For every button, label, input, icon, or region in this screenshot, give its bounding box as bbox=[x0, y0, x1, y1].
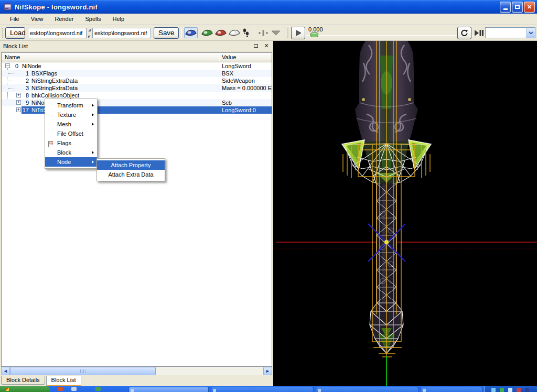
save-path-field[interactable] bbox=[92, 28, 151, 38]
toolbar-grip[interactable] bbox=[2, 28, 4, 38]
toolbar-grip[interactable] bbox=[287, 28, 289, 38]
view-side-eye-button[interactable] bbox=[214, 27, 228, 38]
chevron-down-icon bbox=[271, 30, 281, 36]
table-row[interactable]: 3 NiStringExtraData Mass = 0.000000 Ell bbox=[2, 84, 272, 92]
menu-item-transform[interactable]: Transform bbox=[45, 101, 97, 110]
scrollbar-thumb[interactable] bbox=[10, 367, 156, 375]
menu-item-file-offset[interactable]: File Offset bbox=[45, 129, 97, 138]
taskbar-window-button[interactable] bbox=[316, 387, 418, 392]
menu-item-flags[interactable]: Flags bbox=[45, 138, 97, 148]
tree-connector-stub bbox=[8, 81, 17, 81]
swap-paths-button[interactable] bbox=[88, 29, 91, 39]
green-eye-icon bbox=[201, 29, 213, 36]
quick-launch-icon[interactable] bbox=[58, 387, 63, 391]
row-index: 8 bbox=[22, 92, 29, 99]
tray-icon[interactable] bbox=[508, 388, 512, 392]
row-index: 9 bbox=[22, 99, 29, 106]
taskbar-window-button[interactable] bbox=[128, 387, 209, 392]
chevron-down-icon bbox=[529, 31, 533, 35]
column-header-name[interactable]: Name bbox=[5, 54, 20, 60]
collision-wireframe bbox=[343, 41, 430, 357]
row-name: NiStringExtraData bbox=[31, 77, 78, 84]
save-as-button[interactable]: Save As bbox=[154, 27, 179, 39]
menu-help[interactable]: Help bbox=[106, 15, 130, 23]
load-button[interactable]: Load bbox=[5, 27, 25, 39]
expand-expander-icon[interactable] bbox=[16, 100, 21, 105]
menu-view[interactable]: View bbox=[25, 15, 49, 23]
column-header-value[interactable]: Value bbox=[222, 54, 236, 60]
table-row[interactable]: 9 NiNode Scb bbox=[2, 99, 272, 106]
close-panel-button[interactable]: ✕ bbox=[263, 42, 270, 50]
maximize-button[interactable] bbox=[512, 2, 523, 13]
view-front-eye-button[interactable] bbox=[200, 27, 214, 38]
menu-item-mesh[interactable]: Mesh bbox=[45, 119, 97, 129]
toolbar-chevron-button[interactable] bbox=[268, 27, 283, 38]
loop-animation-button[interactable] bbox=[457, 27, 471, 39]
horizontal-scrollbar[interactable]: ◄ ► bbox=[1, 367, 272, 375]
play-switch-button[interactable] bbox=[473, 27, 485, 38]
start-button[interactable] bbox=[0, 386, 50, 392]
dropdown-arrow-button[interactable] bbox=[526, 28, 535, 38]
menu-item-label: Mesh bbox=[57, 121, 71, 127]
tray-icon[interactable] bbox=[525, 388, 529, 392]
column-divider[interactable] bbox=[219, 54, 220, 61]
menu-item-label: File Offset bbox=[57, 130, 83, 137]
load-path-field[interactable] bbox=[28, 28, 87, 38]
menu-render[interactable]: Render bbox=[49, 15, 79, 23]
table-row[interactable]: 8 bhkCollisionObject bbox=[2, 92, 272, 99]
close-button[interactable]: ✕ bbox=[524, 2, 535, 13]
submenu-arrow-icon bbox=[92, 160, 94, 164]
minimize-button[interactable] bbox=[500, 2, 511, 13]
play-animation-button[interactable] bbox=[291, 27, 305, 39]
menu-spells[interactable]: Spells bbox=[79, 15, 106, 23]
animation-slider-handle[interactable] bbox=[310, 32, 318, 37]
taskbar-window-button[interactable] bbox=[211, 387, 314, 392]
tray-icon[interactable] bbox=[491, 388, 496, 392]
table-row[interactable]: 0 NiNode LongSword bbox=[2, 62, 272, 70]
quick-launch-icon[interactable] bbox=[95, 387, 101, 391]
toolbar: Load Save As 0.000 bbox=[0, 25, 537, 41]
context-menu: Transform Texture Mesh File Offset Flags… bbox=[45, 99, 98, 169]
row-value: Scb bbox=[222, 99, 232, 106]
walk-mode-button[interactable] bbox=[240, 27, 252, 38]
submenu-arrow-icon bbox=[92, 123, 94, 126]
tray-icon[interactable] bbox=[517, 388, 521, 392]
taskbar-window-button[interactable] bbox=[421, 387, 482, 392]
view-top-eye-button[interactable] bbox=[184, 27, 198, 38]
float-panel-button[interactable] bbox=[252, 42, 260, 50]
row-index: 0 bbox=[11, 62, 18, 70]
table-row[interactable]: 1 BSXFlags BSX bbox=[2, 70, 272, 77]
panel-title-bar[interactable]: Block List ✕ bbox=[0, 41, 273, 51]
row-value: BSX bbox=[222, 70, 233, 77]
tab-block-details[interactable]: Block Details bbox=[1, 376, 45, 385]
menu-item-texture[interactable]: Texture bbox=[45, 110, 97, 119]
menu-item-block[interactable]: Block bbox=[45, 148, 97, 157]
collapse-expander-icon[interactable] bbox=[5, 63, 10, 68]
menu-item-attach-extra-data[interactable]: Attach Extra Data bbox=[97, 170, 165, 179]
loop-icon bbox=[460, 29, 468, 37]
menu-file[interactable]: File bbox=[4, 15, 25, 23]
quick-launch-icon[interactable] bbox=[71, 387, 77, 391]
tray-icon[interactable] bbox=[500, 388, 504, 392]
tree-body: 0 NiNode LongSword 1 BSXFlags BSX 2 NiSt… bbox=[2, 62, 272, 114]
view-user-eye-button[interactable] bbox=[228, 27, 241, 38]
menu-item-attach-property[interactable]: Attach Property bbox=[97, 160, 165, 170]
menu-item-label: Node bbox=[57, 159, 71, 165]
expand-expander-icon[interactable] bbox=[16, 93, 21, 97]
footprints-icon bbox=[243, 28, 249, 37]
table-row-selected[interactable]: 17 NiTriStrips LongSword:0 bbox=[2, 106, 272, 114]
render-viewport[interactable] bbox=[273, 41, 537, 386]
center-view-button[interactable] bbox=[257, 27, 269, 38]
row-index: 17 bbox=[22, 106, 29, 114]
tab-block-list[interactable]: Block List bbox=[46, 376, 81, 386]
pivot-point-marker bbox=[384, 240, 389, 244]
scroll-left-arrow[interactable]: ◄ bbox=[1, 367, 10, 375]
scroll-right-arrow[interactable]: ► bbox=[263, 367, 272, 375]
menu-item-label: Transform bbox=[57, 102, 83, 108]
expand-expander-icon[interactable] bbox=[16, 107, 21, 112]
menu-item-node[interactable]: Node bbox=[45, 157, 97, 167]
toolbar-separator bbox=[181, 28, 182, 38]
table-row[interactable]: 2 NiStringExtraData SideWeapon bbox=[2, 77, 272, 84]
sword-render bbox=[273, 41, 537, 386]
animation-select-dropdown[interactable] bbox=[485, 27, 535, 38]
